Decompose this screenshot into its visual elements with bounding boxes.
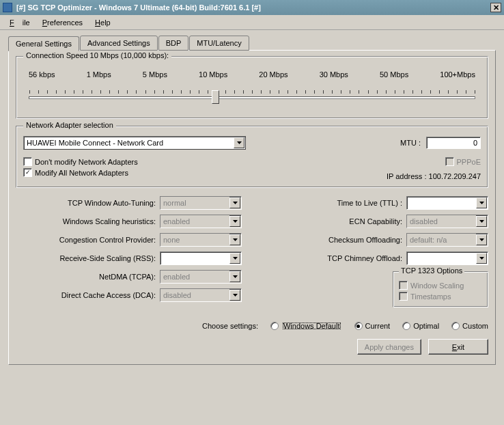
svg-marker-2 [233, 220, 238, 223]
tab-general[interactable]: General Settings [8, 36, 79, 51]
slider-thumb[interactable] [212, 90, 219, 104]
setting-value: disabled [160, 289, 229, 301]
setting-label: TCP Chimney Offload: [262, 254, 402, 262]
setting-value: disabled [407, 215, 476, 228]
svg-marker-8 [479, 220, 484, 223]
setting-value: normal [160, 197, 229, 209]
setting-value: enabled [160, 215, 229, 228]
setting-dropdown[interactable] [406, 196, 488, 210]
setting-dropdown[interactable] [160, 251, 242, 265]
tab-panel-general: Connection Speed 10 Mbps (10,000 kbps): … [8, 50, 496, 365]
setting-value: none [160, 234, 229, 246]
setting-dropdown[interactable]: enabled [160, 215, 242, 228]
chk-modify-all[interactable] [23, 168, 32, 177]
tick-1m: 1 Mbps [87, 70, 111, 79]
chevron-down-icon[interactable] [229, 290, 240, 301]
exit-button[interactable]: Exit [428, 339, 488, 355]
chevron-down-icon[interactable] [476, 197, 487, 208]
setting-value [407, 252, 476, 264]
setting-row: NetDMA (TCPA):enabled [16, 270, 242, 284]
tick-50m: 50 Mbps [380, 70, 408, 79]
setting-row: ECN Capability:disabled [262, 215, 488, 228]
setting-value [407, 197, 476, 209]
setting-value [160, 252, 229, 264]
speed-slider[interactable] [29, 96, 475, 99]
mtu-label: MTU : [400, 139, 421, 147]
setting-label: ECN Capability: [262, 217, 402, 225]
chevron-down-icon[interactable] [229, 216, 240, 227]
radio-optimal[interactable]: Optimal [402, 322, 439, 330]
tick-5m: 5 Mbps [143, 70, 167, 79]
chevron-down-icon[interactable] [229, 234, 240, 245]
menu-file[interactable]: File [5, 17, 34, 28]
svg-marker-5 [233, 275, 238, 278]
setting-row: Congestion Control Provider:none [16, 233, 242, 247]
chevron-down-icon[interactable] [476, 216, 487, 227]
choose-settings-label: Choose settings: [202, 322, 258, 330]
svg-marker-6 [233, 294, 238, 297]
adapter-dropdown[interactable] [23, 136, 246, 150]
setting-label: NetDMA (TCPA): [16, 273, 156, 281]
menu-help[interactable]: Help [91, 17, 115, 28]
setting-dropdown[interactable] [406, 251, 488, 265]
tick-10m: 10 Mbps [199, 70, 227, 79]
setting-row: Receive-Side Scaling (RSS): [16, 251, 242, 265]
app-icon [3, 3, 12, 12]
chk-window-scaling [399, 281, 408, 290]
chk-pppoe [445, 157, 454, 166]
chevron-down-icon[interactable] [229, 197, 240, 208]
setting-dropdown[interactable]: enabled [160, 270, 242, 284]
mtu-field[interactable]: 0 [426, 137, 481, 149]
tick-56k: 56 kbps [29, 70, 55, 79]
svg-marker-7 [479, 202, 484, 204]
network-adapter-group: Network Adapter selection MTU : 0 [16, 126, 488, 188]
adapter-selected[interactable] [24, 137, 234, 148]
menubar: File Preferences Help [0, 15, 504, 30]
setting-row: TCP Chimney Offload: [262, 251, 488, 265]
chk-dont-modify[interactable] [23, 157, 32, 166]
chevron-down-icon[interactable] [476, 253, 487, 264]
setting-dropdown[interactable]: default: n/a [406, 233, 488, 247]
setting-value: enabled [160, 271, 229, 283]
setting-dropdown[interactable]: disabled [160, 288, 242, 302]
adapter-group-label: Network Adapter selection [23, 121, 116, 129]
radio-optimal-label: Optimal [413, 322, 439, 330]
tab-mtu[interactable]: MTU/Latency [189, 36, 249, 51]
svg-marker-3 [233, 238, 238, 241]
setting-label: TCP Window Auto-Tuning: [16, 199, 156, 207]
tab-strip: General Settings Advanced Settings BDP M… [8, 36, 496, 51]
tcp-1323-group: TCP 1323 OptionsWindow ScalingTimestamps [393, 271, 488, 307]
setting-dropdown[interactable]: none [160, 233, 242, 247]
chk-modify-all-label: Modify All Network Adapters [35, 169, 128, 177]
chevron-down-icon[interactable] [476, 234, 487, 245]
radio-current[interactable]: Current [354, 322, 391, 330]
setting-dropdown[interactable]: disabled [406, 215, 488, 228]
chevron-down-icon[interactable] [229, 253, 240, 264]
apply-button[interactable]: Apply changes [357, 339, 421, 355]
tab-bdp[interactable]: BDP [158, 36, 189, 51]
setting-row: Checksum Offloading:default: n/a [262, 233, 488, 247]
chk-timestamps-label: Timestamps [410, 292, 451, 301]
pppoe-label: PPPoE [457, 158, 481, 166]
tick-30m: 30 Mbps [320, 70, 348, 79]
radio-custom[interactable]: Custom [451, 322, 488, 330]
setting-row: TCP Window Auto-Tuning:normal [16, 196, 242, 210]
radio-current-label: Current [365, 322, 391, 330]
close-icon[interactable]: ✕ [490, 3, 501, 12]
chevron-down-icon[interactable] [234, 137, 244, 148]
setting-label: Windows Scaling heuristics: [16, 217, 156, 225]
radio-windows-default-label: Windows Default [281, 321, 342, 331]
tcp-1323-label: TCP 1323 Options [399, 266, 464, 275]
tab-advanced[interactable]: Advanced Settings [80, 36, 158, 51]
svg-marker-0 [237, 141, 242, 144]
radio-windows-default[interactable]: Windows Default [270, 321, 342, 331]
chevron-down-icon[interactable] [229, 271, 240, 282]
setting-dropdown[interactable]: normal [160, 196, 242, 210]
radio-custom-label: Custom [462, 322, 488, 330]
menu-preferences[interactable]: Preferences [38, 17, 87, 28]
slider-tick-labels: 56 kbps 1 Mbps 5 Mbps 10 Mbps 20 Mbps 30… [23, 66, 481, 80]
svg-marker-4 [233, 257, 238, 260]
titlebar[interactable]: [#] SG TCP Optimizer - Windows 7 Ultimat… [0, 0, 504, 15]
setting-label: Receive-Side Scaling (RSS): [16, 254, 156, 262]
connection-speed-group: Connection Speed 10 Mbps (10,000 kbps): … [16, 56, 488, 119]
